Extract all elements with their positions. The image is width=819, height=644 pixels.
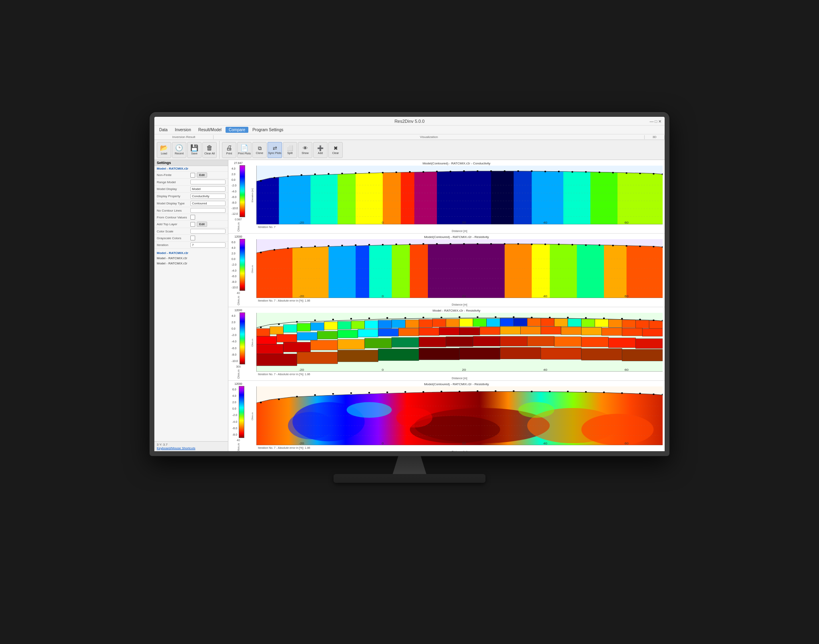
- grayscale-checkbox[interactable]: [190, 236, 195, 240]
- svg-point-212: [459, 316, 461, 318]
- main-content: Settings Model - RATCMIX.r2r Non-Finite …: [154, 160, 665, 451]
- svg-point-82: [260, 252, 262, 253]
- keyboard-shortcuts[interactable]: Keyboard/Mouse Shortcuts: [157, 446, 226, 450]
- clear-all-button[interactable]: 🗑 Clear All: [202, 142, 217, 158]
- svg-text:20: 20: [462, 221, 466, 224]
- svg-rect-163: [399, 328, 419, 336]
- svg-rect-173: [602, 328, 622, 336]
- svg-point-246: [296, 396, 298, 397]
- svg-point-86: [314, 246, 316, 247]
- svg-text:40: 40: [543, 221, 547, 224]
- from-contour-checkbox[interactable]: [190, 215, 195, 220]
- split-button[interactable]: ⬜ Split: [283, 142, 297, 158]
- add-button[interactable]: ➕ Add: [313, 142, 328, 158]
- plot3-area[interactable]: Model - RATCMIX.r2r - Resistivity Ohm.m: [248, 307, 665, 380]
- separator1: [219, 141, 220, 159]
- svg-rect-138: [419, 320, 432, 328]
- plot4-subtitle: Iteration No. 7 - Absolute error in [%]:…: [258, 446, 665, 449]
- svg-point-242: [347, 402, 392, 418]
- plot1-colorbar-bottom: 0.987: [235, 218, 242, 221]
- print-button[interactable]: 🖨 Print: [222, 142, 236, 158]
- svg-point-30: [436, 171, 438, 172]
- svg-point-32: [463, 170, 465, 172]
- plot1-colorbar: 27.847 4.0 2.0 0.0 -2.0 -4.0 -6.0 -8.0: [228, 160, 248, 233]
- svg-point-96: [449, 243, 451, 245]
- sync-plots-button[interactable]: ⇄ Sync Plots: [268, 142, 282, 158]
- svg-rect-16: [617, 166, 663, 224]
- models-list: Model - RATCMIX.r2r Model - RATCMIX.r2r …: [154, 249, 228, 268]
- plot4-area[interactable]: Model(Contoured) - RATCMIX.r2r - Resisti…: [248, 381, 665, 451]
- model-display-type-value[interactable]: Contoured: [190, 201, 226, 206]
- svg-point-92: [396, 244, 398, 245]
- menu-bar: Data Inversion Result/Model Compare Prog…: [154, 126, 665, 134]
- svg-text:40: 40: [543, 294, 547, 298]
- add-top-layer-checkbox[interactable]: [190, 222, 195, 227]
- svg-rect-177: [284, 342, 311, 352]
- model-item-1[interactable]: Model - RATCMIX.r2r: [157, 250, 226, 256]
- svg-point-239: [396, 408, 432, 428]
- show-button[interactable]: 👁 Show: [298, 142, 312, 158]
- load-button[interactable]: 📂 Load: [157, 142, 171, 158]
- no-contour-lines-value[interactable]: [190, 208, 226, 213]
- plot1-area[interactable]: Model(Contoured) - RATCMIX.r2r - Conduct…: [248, 160, 665, 233]
- plot1-title: Model(Contoured) - RATCMIX.r2r - Conduct…: [248, 161, 665, 165]
- save-button[interactable]: 💾 Save: [187, 142, 202, 158]
- range-model-value[interactable]: [190, 180, 226, 184]
- svg-point-253: [422, 391, 424, 393]
- save-icon: 💾: [190, 145, 198, 151]
- display-property-label: Display Property: [157, 194, 189, 198]
- svg-rect-141: [459, 319, 473, 327]
- svg-point-201: [260, 326, 262, 328]
- color-scale-value[interactable]: [190, 229, 226, 234]
- svg-rect-179: [338, 340, 365, 349]
- svg-point-106: [585, 244, 587, 246]
- svg-rect-157: [277, 334, 297, 342]
- recent-button[interactable]: 🕒 Recent: [172, 142, 186, 158]
- model-display-value[interactable]: Model: [190, 186, 226, 192]
- clone-button[interactable]: ⧉ Clone: [252, 142, 267, 158]
- svg-point-37: [531, 170, 533, 172]
- plot4-colorbar-values: 6.0 4.0 2.0 0.0 -2.0 -4.0 -6.0 -8.0: [232, 388, 237, 436]
- nonfinite-checkbox[interactable]: [190, 173, 195, 178]
- menu-program-settings[interactable]: Program Settings: [249, 127, 286, 133]
- toolbar-label-visualization: Visualization: [214, 135, 645, 139]
- iteration-value[interactable]: 7: [190, 242, 226, 248]
- svg-rect-165: [439, 327, 459, 335]
- menu-inversion[interactable]: Inversion: [172, 127, 194, 133]
- svg-text:0: 0: [382, 368, 384, 371]
- svg-point-265: [639, 393, 641, 394]
- plot4-colorbar: 12000 6.0 4.0 2.0 0.0 -2.0 -4.0 -6.0: [228, 381, 248, 451]
- svg-rect-194: [378, 349, 419, 360]
- svg-point-207: [368, 318, 370, 319]
- svg-point-89: [355, 244, 357, 246]
- recent-icon: 🕒: [175, 145, 183, 151]
- menu-data[interactable]: Data: [156, 127, 171, 133]
- svg-point-266: [653, 393, 655, 395]
- svg-rect-183: [446, 337, 473, 346]
- plot4-title: Model(Contoured) - RATCMIX.r2r - Resisti…: [248, 382, 665, 386]
- display-property-value[interactable]: Conductivity: [190, 194, 226, 199]
- model-item-3[interactable]: Model - RATCMIX.r2r: [157, 261, 226, 266]
- svg-point-254: [441, 391, 443, 392]
- menu-result-model[interactable]: Result/Model: [195, 127, 225, 133]
- svg-rect-200: [622, 349, 663, 361]
- model-item-2[interactable]: Model - RATCMIX.r2r: [157, 256, 226, 261]
- plot1-colorbar-max: 27.847: [234, 162, 242, 164]
- svg-rect-185: [500, 336, 527, 346]
- svg-text:0: 0: [382, 294, 384, 298]
- menu-compare[interactable]: Compare: [226, 127, 248, 133]
- svg-text:0: 0: [382, 221, 384, 224]
- svg-point-34: [490, 170, 492, 172]
- window-controls[interactable]: — □ ✕: [649, 119, 661, 123]
- svg-point-252: [404, 391, 406, 393]
- print-plots-button[interactable]: 📄 Print Plots: [237, 142, 252, 158]
- plot2-area[interactable]: Model(Contoured) - RATCMIX.r2r - Resisti…: [248, 234, 665, 307]
- nonfinite-edit-btn[interactable]: Edit: [197, 172, 207, 178]
- clear-button[interactable]: ✖ Clear: [328, 142, 343, 158]
- add-top-layer-edit-btn[interactable]: Edit: [197, 222, 207, 227]
- clear-icon: ✖: [334, 146, 338, 151]
- plot3-x-label: Distance [m]: [256, 377, 663, 380]
- svg-point-23: [341, 173, 343, 174]
- plot3-colorbar-max: 12000: [234, 309, 242, 312]
- svg-rect-131: [324, 322, 338, 330]
